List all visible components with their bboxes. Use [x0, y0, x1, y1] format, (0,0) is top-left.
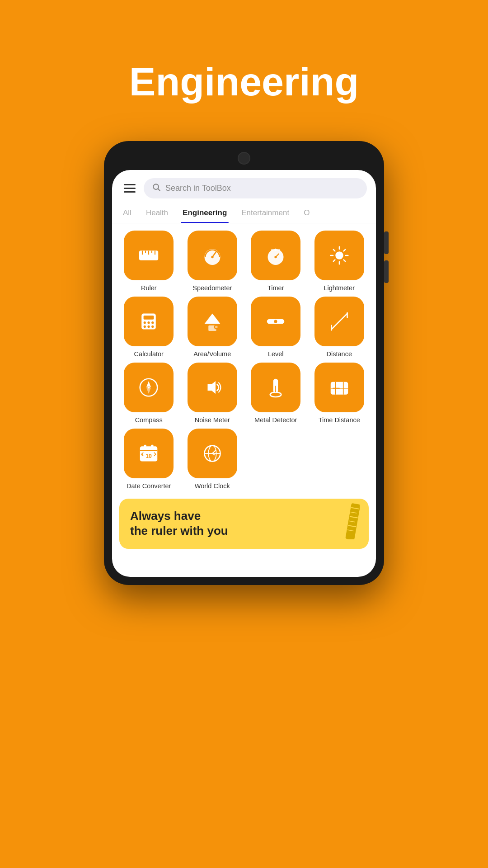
- svg-line-22: [343, 260, 345, 262]
- tool-label-speedometer: Speedometer: [192, 284, 232, 292]
- tool-time-distance[interactable]: Time Distance: [310, 363, 369, 424]
- svg-point-31: [148, 326, 150, 328]
- page-title: Engineering: [0, 59, 488, 105]
- svg-rect-56: [144, 445, 146, 449]
- tool-metal-detector[interactable]: Metal Detector: [246, 363, 305, 424]
- phone-frame: Search in ToolBox All Health Engineering…: [104, 141, 384, 585]
- svg-line-21: [333, 250, 335, 251]
- tab-health[interactable]: Health: [144, 204, 170, 223]
- tool-label-time-distance: Time Distance: [319, 416, 360, 424]
- svg-line-1: [158, 189, 160, 191]
- tool-label-world-clock: World Clock: [195, 482, 230, 490]
- svg-point-28: [148, 321, 150, 324]
- tool-label-compass: Compass: [135, 416, 163, 424]
- tab-engineering[interactable]: Engineering: [181, 204, 229, 223]
- svg-rect-57: [151, 445, 154, 449]
- svg-line-39: [331, 314, 347, 330]
- svg-point-64: [211, 453, 213, 455]
- tool-label-metal-detector: Metal Detector: [254, 416, 297, 424]
- svg-rect-36: [215, 326, 217, 328]
- svg-point-38: [274, 320, 278, 324]
- tool-date-converter[interactable]: 10 Date Converter: [119, 429, 178, 490]
- svg-point-30: [144, 326, 146, 328]
- svg-point-32: [151, 326, 154, 328]
- tab-all[interactable]: All: [121, 204, 133, 223]
- tool-timer[interactable]: Timer: [246, 231, 305, 292]
- menu-button[interactable]: [121, 181, 138, 195]
- svg-point-45: [148, 387, 150, 389]
- tool-noise-meter[interactable]: Noise Meter: [183, 363, 242, 424]
- tool-label-timer: Timer: [267, 284, 284, 292]
- ruler-decoration: [324, 503, 360, 539]
- tools-grid: Ruler Speedometer Timer: [112, 231, 376, 491]
- tool-label-distance: Distance: [327, 350, 352, 358]
- tool-distance[interactable]: Distance: [310, 297, 369, 358]
- search-placeholder: Search in ToolBox: [165, 184, 231, 193]
- svg-line-24: [333, 260, 335, 262]
- tool-label-area-volume: Area/Volume: [193, 350, 231, 358]
- svg-point-29: [151, 321, 154, 324]
- svg-line-23: [343, 250, 345, 251]
- phone-screen: Search in ToolBox All Health Engineering…: [112, 170, 376, 577]
- tool-lightmeter[interactable]: Lightmeter: [310, 231, 369, 292]
- tool-speedometer[interactable]: Speedometer: [183, 231, 242, 292]
- tool-label-lightmeter: Lightmeter: [324, 284, 355, 292]
- tab-other[interactable]: O: [302, 204, 311, 223]
- tool-label-calculator: Calculator: [134, 350, 164, 358]
- svg-rect-26: [144, 316, 154, 320]
- tool-compass[interactable]: Compass: [119, 363, 178, 424]
- tool-label-level: Level: [268, 350, 284, 358]
- tool-world-clock[interactable]: World Clock: [183, 429, 242, 490]
- search-icon: [152, 183, 161, 194]
- tabs-row: All Health Engineering Entertainment O: [112, 204, 376, 223]
- tool-ruler[interactable]: Ruler: [119, 231, 178, 292]
- phone-side-buttons: [384, 231, 389, 283]
- svg-point-11: [211, 256, 213, 258]
- tool-calculator[interactable]: Calculator: [119, 297, 178, 358]
- banner-text: Always have the ruler with you: [130, 509, 228, 539]
- svg-marker-46: [207, 381, 216, 394]
- tab-entertainment[interactable]: Entertainment: [239, 204, 291, 223]
- tool-label-date-converter: Date Converter: [127, 482, 171, 490]
- tool-label-ruler: Ruler: [141, 284, 157, 292]
- screen-header: Search in ToolBox: [112, 170, 376, 204]
- svg-point-27: [144, 321, 146, 324]
- tool-area-volume[interactable]: Area/Volume: [183, 297, 242, 358]
- svg-marker-33: [204, 314, 220, 324]
- bottom-banner: Always have the ruler with you: [119, 499, 369, 549]
- svg-point-0: [153, 184, 159, 189]
- svg-point-16: [335, 251, 343, 259]
- search-bar[interactable]: Search in ToolBox: [144, 178, 367, 198]
- svg-text:10: 10: [145, 453, 152, 459]
- phone-camera: [238, 152, 250, 165]
- tool-level[interactable]: Level: [246, 297, 305, 358]
- tool-label-noise-meter: Noise Meter: [195, 416, 230, 424]
- svg-point-15: [275, 256, 277, 258]
